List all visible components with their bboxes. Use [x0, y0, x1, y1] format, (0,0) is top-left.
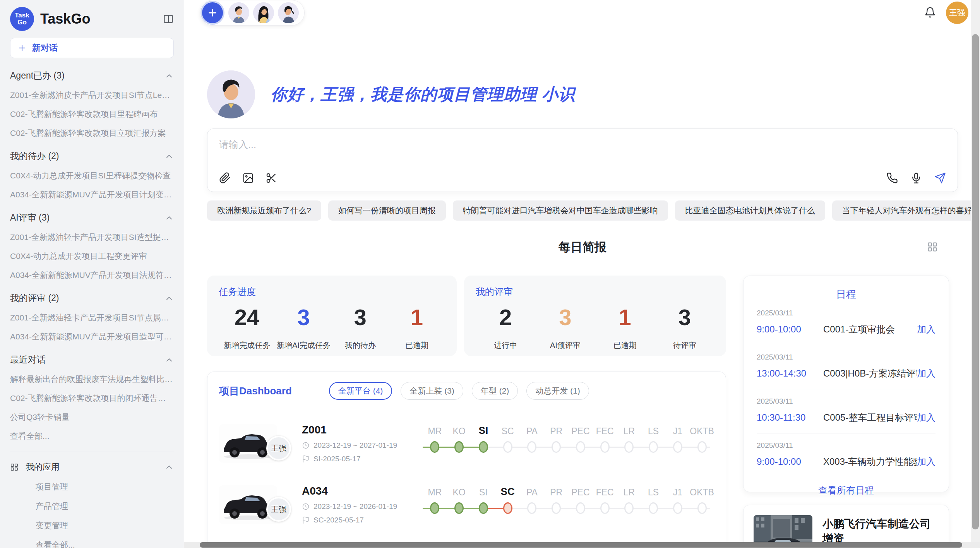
milestone-dot [527, 502, 536, 514]
assistant-avatar-2[interactable] [253, 2, 274, 23]
project-row[interactable]: 王强 Z001 2023-12-19 ~ 2027-01-19 SI-2025-… [219, 413, 714, 474]
project-owner-badge: 王强 [266, 436, 291, 461]
logo-text-top: Task [15, 12, 29, 19]
sidebar-item[interactable]: C02-飞腾新能源轻客改款项目的闭环通告反馈情况 [10, 393, 174, 404]
app-title: TaskGo [40, 11, 157, 27]
horizontal-scrollbar-track[interactable] [184, 542, 980, 548]
milestone-dot [673, 441, 682, 453]
dashboard-title: 项目Dashboard [219, 384, 292, 398]
stats-row: 任务进度 24新增完成任务 3新增AI完成任务 3我的待办 1已逾期 我的评审 … [207, 276, 726, 356]
attach-file-button[interactable] [219, 172, 231, 184]
sidebar-item-product-mgmt[interactable]: 产品管理 [36, 501, 174, 512]
filter-tab-powertrain[interactable]: 动总开发 (1) [526, 382, 589, 400]
project-milestone-date: SI-2025-05-17 [314, 455, 360, 463]
insert-image-button[interactable] [242, 172, 254, 184]
assistant-avatar-1[interactable] [228, 2, 249, 23]
join-meeting-button[interactable]: 加入 [917, 323, 935, 336]
sidebar-item[interactable]: Z001-全新燃油轻卡产品开发项目SI节点属性5D文件评审 [10, 312, 174, 323]
sidebar-item[interactable]: C0X4-动力总成开发项目SI里程碑提交物检查 [10, 170, 174, 181]
suggestion-chip[interactable]: 特朗普可能对进口汽车增税会对中国车企造成哪些影响 [453, 200, 668, 221]
chevron-up-icon [164, 294, 174, 303]
message-input[interactable] [219, 139, 800, 150]
apps-grid-icon [10, 463, 19, 471]
event-time: 9:00-10:00 [757, 456, 823, 467]
milestone-cell: SI [471, 423, 496, 464]
send-button[interactable] [934, 172, 946, 184]
section-header-recent-chats[interactable]: 最近对话 [10, 354, 174, 366]
join-meeting-button[interactable]: 加入 [917, 411, 935, 424]
project-row[interactable]: 王强 A034 2023-12-19 ~ 2026-01-19 SC-2025-… [219, 474, 714, 535]
microphone-button[interactable] [910, 172, 922, 184]
new-chat-button[interactable]: 新对话 [10, 38, 174, 58]
suggestion-chip[interactable]: 比亚迪全固态电池计划具体说了什么 [675, 200, 825, 221]
milestone-cell: PR [544, 423, 569, 464]
sidebar-item[interactable]: 公司Q3轻卡销量 [10, 412, 174, 423]
milestone-cell: PA [520, 485, 544, 525]
milestone-cell: J1 [666, 423, 690, 464]
suggestion-chip[interactable]: 如何写一份清晰的项目周报 [328, 200, 446, 221]
vertical-scrollbar-thumb[interactable] [972, 34, 979, 529]
milestone-dot [552, 502, 561, 514]
section-header-my-todo[interactable]: 我的待办 (2) [10, 150, 174, 162]
milestone-timeline: MR KO SI SC PA PR PEC FEC LR LS [423, 423, 714, 464]
join-meeting-button[interactable]: 加入 [917, 367, 935, 380]
collapse-sidebar-icon[interactable] [163, 14, 174, 24]
milestone-cell: PR [544, 485, 569, 525]
sidebar-item[interactable]: 解释最新出台的欧盟报废车法规再生塑料比例被调至15%... [10, 374, 174, 385]
filter-tab-model-year[interactable]: 年型 (2) [472, 382, 518, 400]
milestone-dot-overdue [503, 502, 512, 514]
sidebar-item[interactable]: A034-全新新能源MUV产品开发项目造型可行性评审 [10, 331, 174, 342]
sidebar-item[interactable]: Z001-全新燃油轻卡产品开发项目SI造型提交物评审 [10, 232, 174, 243]
vertical-scrollbar-track[interactable] [971, 0, 980, 542]
view-all-chats-link[interactable]: 查看全部... [10, 431, 174, 442]
sidebar-item-my-apps[interactable]: 我的应用 [10, 461, 174, 473]
milestone-cell: FEC [593, 423, 617, 464]
sidebar-item[interactable]: C0X4-动力总成开发项目工程变更评审 [10, 251, 174, 262]
assistant-avatar-3[interactable] [278, 2, 299, 23]
join-meeting-button[interactable]: 加入 [917, 456, 935, 468]
event-date: 2025/03/11 [757, 353, 935, 361]
topbar: 王强 [184, 0, 980, 26]
milestone-dot [503, 441, 512, 453]
voice-call-button[interactable] [886, 172, 898, 184]
section-header-agent-done[interactable]: Agent已办 (3) [10, 70, 174, 82]
milestone-cell: SI [471, 485, 496, 525]
suggestion-chip[interactable]: 欧洲新规最近颁布了什么? [207, 200, 321, 221]
section-header-my-review[interactable]: 我的评审 (2) [10, 292, 174, 304]
sidebar-item[interactable]: A034-全新新能源MUV产品开发项目法规符合性评审 [10, 270, 174, 281]
sidebar-item[interactable]: C02-飞腾新能源轻客改款项目立项汇报方案 [10, 128, 174, 139]
milestone-cell: SC [495, 423, 520, 464]
milestone-label: PR [550, 423, 562, 437]
project-name: A034 [302, 485, 416, 497]
event-title: C005-整车工程目标评审 [823, 411, 917, 424]
milestone-cell: MR [423, 485, 447, 525]
greeting-block: 你好，王强，我是你的项目管理助理 小识 [207, 70, 980, 118]
milestone-label: KO [453, 485, 466, 498]
suggestion-chip[interactable]: 当下年轻人对汽车外观有怎样的喜好趋势 [832, 200, 980, 221]
screenshot-button[interactable] [266, 172, 277, 184]
view-all-apps-link[interactable]: 查看全部... [36, 539, 174, 548]
sidebar-item[interactable]: A034-全新新能源MUV产品开发项目计划变更表编写 [10, 189, 174, 200]
stat-value: 1 [389, 303, 445, 332]
filter-tab-new-body[interactable]: 全新上装 (3) [401, 382, 463, 400]
notifications-button[interactable] [924, 7, 936, 19]
milestone-dot [673, 502, 682, 514]
milestone-dot [430, 502, 439, 514]
stat: 3AI预评审 [535, 303, 595, 351]
sidebar-item[interactable]: Z001-全新燃油皮卡产品开发项目SI节点Lesson Learn报告 [10, 90, 174, 101]
sidebar-item[interactable]: C02-飞腾新能源轻客改款项目里程碑画布 [10, 109, 174, 120]
sidebar-item-project-mgmt[interactable]: 项目管理 [36, 481, 174, 492]
chevron-up-icon [164, 71, 174, 80]
section-header-label: Agent已办 (3) [10, 70, 65, 82]
filter-tab-new-platform[interactable]: 全新平台 (4) [329, 382, 392, 400]
user-avatar[interactable]: 王强 [946, 2, 968, 24]
sidebar-item-change-mgmt[interactable]: 变更管理 [36, 520, 174, 531]
view-all-schedule-link[interactable]: 查看所有日程 [818, 484, 874, 497]
event-date: 2025/03/11 [757, 397, 935, 406]
section-header-ai-review[interactable]: AI评审 (3) [10, 212, 174, 224]
milestone-cell: OKTB [690, 423, 714, 464]
add-assistant-button[interactable] [202, 2, 223, 23]
milestone-dot [600, 441, 610, 453]
layout-toggle-button[interactable] [927, 241, 938, 253]
horizontal-scrollbar-thumb[interactable] [200, 542, 962, 548]
